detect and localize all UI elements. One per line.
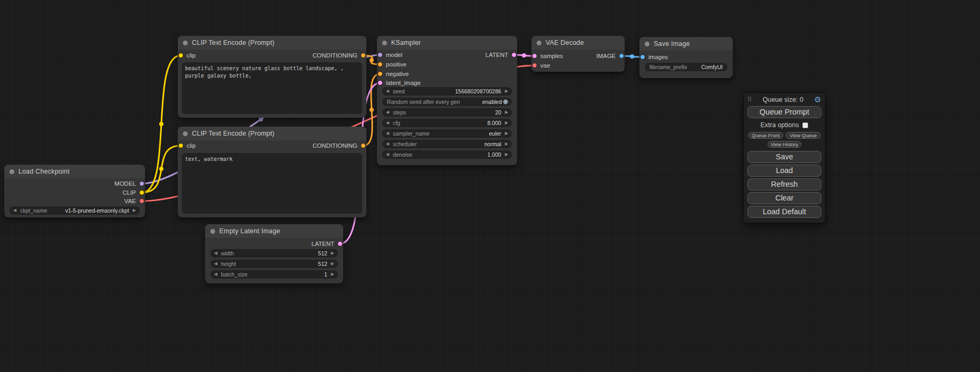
- view-queue-button[interactable]: View Queue: [785, 132, 821, 139]
- collapse-dot-icon[interactable]: [9, 169, 14, 174]
- increment-arrow-icon[interactable]: ▶: [505, 142, 508, 146]
- node-title-bar[interactable]: Load Checkpoint: [4, 165, 145, 178]
- widget-denoise[interactable]: ◀ denoise 1.000 ▶: [382, 150, 512, 159]
- widget-batch-size[interactable]: ◀ batch_size 1 ▶: [210, 270, 338, 279]
- increment-arrow-icon[interactable]: ▶: [133, 208, 136, 213]
- increment-arrow-icon[interactable]: ▶: [331, 272, 334, 276]
- collapse-dot-icon[interactable]: [382, 41, 387, 45]
- slot-dot[interactable]: [178, 143, 183, 148]
- collapse-dot-icon[interactable]: [183, 131, 188, 136]
- save-button[interactable]: Save: [748, 151, 821, 163]
- decrement-arrow-icon[interactable]: ◀: [214, 262, 217, 266]
- node-title-bar[interactable]: CLIP Text Encode (Prompt): [178, 36, 366, 50]
- node-vae-decode[interactable]: VAE Decode samples vae IMAGE: [531, 36, 625, 72]
- collapse-dot-icon[interactable]: [537, 41, 541, 45]
- refresh-button[interactable]: Refresh: [748, 178, 821, 190]
- input-slot-samples[interactable]: samples: [532, 52, 563, 60]
- load-button[interactable]: Load: [748, 165, 821, 177]
- slot-dot[interactable]: [377, 80, 383, 85]
- output-slot-image[interactable]: IMAGE: [596, 52, 624, 60]
- node-title-bar[interactable]: Save Image: [639, 37, 733, 51]
- input-slot-images[interactable]: images: [640, 53, 668, 61]
- prompt-textarea[interactable]: text, watermark: [182, 153, 362, 214]
- widget-filename-prefix[interactable]: filename_prefix ComfyUI: [645, 63, 727, 71]
- drag-handle-icon[interactable]: ⠿: [748, 96, 752, 103]
- slot-dot[interactable]: [361, 53, 366, 58]
- queue-front-button[interactable]: Queue Front: [748, 132, 783, 139]
- widget-cfg[interactable]: ◀ cfg 8.000 ▶: [382, 119, 512, 127]
- slot-dot[interactable]: [511, 52, 517, 58]
- widget-height[interactable]: ◀ height 512 ▶: [210, 260, 338, 268]
- decrement-arrow-icon[interactable]: ◀: [214, 251, 217, 255]
- slot-dot[interactable]: [139, 190, 144, 195]
- load-default-button[interactable]: Load Default: [748, 206, 821, 218]
- slot-dot[interactable]: [361, 143, 366, 148]
- gear-icon[interactable]: ⚙: [814, 96, 821, 103]
- increment-arrow-icon[interactable]: ▶: [505, 89, 508, 93]
- decrement-arrow-icon[interactable]: ◀: [386, 110, 389, 115]
- clear-button[interactable]: Clear: [748, 192, 821, 204]
- input-slot-negative[interactable]: negative: [377, 70, 409, 78]
- toggle-dot-icon[interactable]: [503, 99, 508, 104]
- widget-width[interactable]: ◀ width 512 ▶: [210, 249, 338, 257]
- node-title-bar[interactable]: KSampler: [377, 36, 517, 50]
- slot-dot[interactable]: [532, 53, 537, 59]
- increment-arrow-icon[interactable]: ▶: [505, 110, 508, 115]
- slot-dot[interactable]: [377, 71, 383, 77]
- widget-seed[interactable]: ◀ seed 156680208700286 ▶: [382, 87, 512, 96]
- slot-dot[interactable]: [139, 198, 144, 204]
- slot-dot[interactable]: [178, 53, 183, 58]
- increment-arrow-icon[interactable]: ▶: [505, 121, 508, 125]
- prompt-textarea[interactable]: beautiful scenery nature glass bottle la…: [182, 62, 362, 114]
- output-slot-model[interactable]: MODEL: [114, 179, 144, 188]
- queue-prompt-button[interactable]: Queue Prompt: [748, 106, 821, 118]
- widget-steps[interactable]: ◀ steps 20 ▶: [382, 108, 512, 117]
- view-history-button[interactable]: View History: [768, 141, 801, 148]
- decrement-arrow-icon[interactable]: ◀: [386, 152, 389, 157]
- increment-arrow-icon[interactable]: ▶: [331, 262, 334, 266]
- slot-dot[interactable]: [337, 241, 343, 246]
- decrement-arrow-icon[interactable]: ◀: [386, 89, 389, 93]
- node-ksampler[interactable]: KSampler model positive negative latent_…: [377, 36, 517, 165]
- decrement-arrow-icon[interactable]: ◀: [214, 272, 217, 276]
- slot-dot[interactable]: [139, 181, 144, 186]
- output-slot-latent[interactable]: LATENT: [312, 240, 343, 248]
- slot-dot[interactable]: [377, 52, 383, 58]
- slot-dot[interactable]: [532, 63, 537, 68]
- output-slot-conditioning[interactable]: CONDITIONING: [313, 141, 366, 150]
- collapse-dot-icon[interactable]: [645, 42, 649, 46]
- output-slot-conditioning[interactable]: CONDITIONING: [313, 51, 366, 60]
- input-slot-positive[interactable]: positive: [377, 60, 406, 69]
- decrement-arrow-icon[interactable]: ◀: [386, 142, 389, 146]
- increment-arrow-icon[interactable]: ▶: [505, 152, 508, 157]
- widget-scheduler[interactable]: ◀ scheduler normal ▶: [382, 140, 512, 148]
- collapse-dot-icon[interactable]: [183, 41, 188, 45]
- node-clip-text-encode-positive[interactable]: CLIP Text Encode (Prompt) clip CONDITION…: [178, 36, 366, 118]
- input-slot-vae[interactable]: vae: [532, 61, 550, 70]
- node-empty-latent-image[interactable]: Empty Latent Image LATENT ◀ width 512 ▶ …: [205, 224, 343, 283]
- node-title-bar[interactable]: VAE Decode: [531, 36, 625, 50]
- increment-arrow-icon[interactable]: ▶: [505, 131, 508, 136]
- slot-dot[interactable]: [640, 54, 645, 60]
- output-slot-latent[interactable]: LATENT: [486, 51, 517, 59]
- slot-dot[interactable]: [377, 62, 383, 67]
- node-clip-text-encode-negative[interactable]: CLIP Text Encode (Prompt) clip CONDITION…: [178, 127, 366, 217]
- input-slot-clip[interactable]: clip: [178, 51, 196, 60]
- decrement-arrow-icon[interactable]: ◀: [13, 208, 16, 213]
- node-load-checkpoint[interactable]: Load Checkpoint MODEL CLIP VAE ◀ ckpt_na…: [4, 165, 145, 217]
- node-title-bar[interactable]: Empty Latent Image: [205, 224, 343, 238]
- widget-sampler-name[interactable]: ◀ sampler_name euler ▶: [382, 129, 512, 138]
- input-slot-model[interactable]: model: [377, 51, 402, 59]
- output-slot-vae[interactable]: VAE: [124, 197, 144, 205]
- node-save-image[interactable]: Save Image images filename_prefix ComfyU…: [639, 37, 733, 78]
- decrement-arrow-icon[interactable]: ◀: [386, 121, 389, 125]
- decrement-arrow-icon[interactable]: ◀: [386, 131, 389, 136]
- node-title-bar[interactable]: CLIP Text Encode (Prompt): [178, 127, 366, 140]
- input-slot-clip[interactable]: clip: [178, 141, 196, 150]
- widget-random-seed-toggle[interactable]: Random seed after every gen enabled: [382, 98, 512, 106]
- extra-options-checkbox[interactable]: [802, 122, 808, 128]
- input-slot-latent-image[interactable]: latent_image: [377, 79, 421, 87]
- widget-ckpt-name[interactable]: ◀ ckpt_name v1-5-pruned-emaonly.ckpt ▶: [9, 206, 140, 215]
- increment-arrow-icon[interactable]: ▶: [331, 251, 334, 255]
- slot-dot[interactable]: [619, 53, 624, 59]
